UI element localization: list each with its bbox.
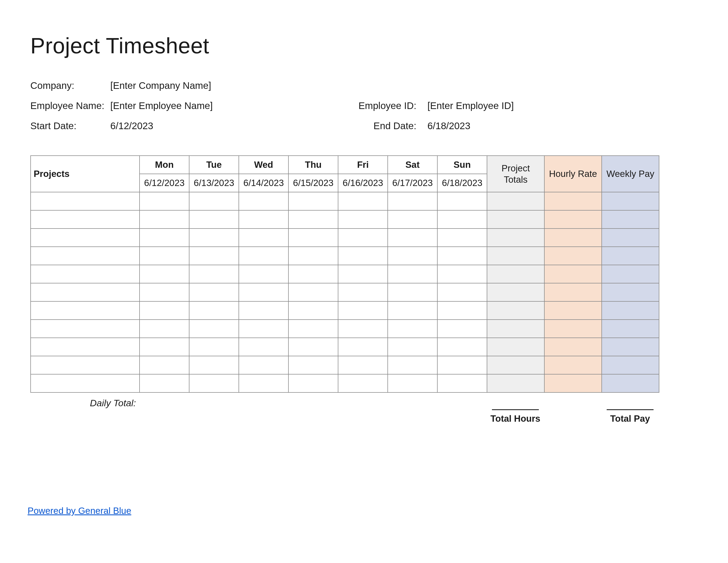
- hours-cell[interactable]: [437, 338, 487, 356]
- project-name-cell[interactable]: [31, 302, 140, 320]
- hours-cell[interactable]: [288, 320, 338, 338]
- hours-cell[interactable]: [437, 374, 487, 393]
- hourly-rate-cell[interactable]: [544, 283, 602, 302]
- hours-cell[interactable]: [437, 228, 487, 247]
- hours-cell[interactable]: [437, 320, 487, 338]
- hours-cell[interactable]: [239, 265, 288, 283]
- project-name-cell[interactable]: [31, 228, 140, 247]
- hourly-rate-cell[interactable]: [544, 265, 602, 283]
- hours-cell[interactable]: [140, 228, 189, 247]
- hours-cell[interactable]: [189, 302, 239, 320]
- hours-cell[interactable]: [388, 228, 437, 247]
- hourly-rate-cell[interactable]: [544, 210, 602, 228]
- hours-cell[interactable]: [388, 320, 437, 338]
- hours-cell[interactable]: [288, 192, 338, 210]
- hours-cell[interactable]: [140, 210, 189, 228]
- hours-cell[interactable]: [388, 265, 437, 283]
- hours-cell[interactable]: [140, 302, 189, 320]
- hours-cell[interactable]: [338, 210, 388, 228]
- employee-id-value[interactable]: [Enter Employee ID]: [427, 101, 514, 110]
- hours-cell[interactable]: [338, 265, 388, 283]
- hours-cell[interactable]: [338, 338, 388, 356]
- hourly-rate-cell[interactable]: [544, 302, 602, 320]
- hours-cell[interactable]: [140, 374, 189, 393]
- hourly-rate-cell[interactable]: [544, 228, 602, 247]
- hours-cell[interactable]: [338, 356, 388, 374]
- hours-cell[interactable]: [189, 247, 239, 265]
- hours-cell[interactable]: [239, 192, 288, 210]
- hours-cell[interactable]: [239, 356, 288, 374]
- hours-cell[interactable]: [437, 356, 487, 374]
- hours-cell[interactable]: [388, 338, 437, 356]
- hours-cell[interactable]: [338, 247, 388, 265]
- start-date-value[interactable]: 6/12/2023: [110, 121, 153, 130]
- project-name-cell[interactable]: [31, 210, 140, 228]
- hours-cell[interactable]: [388, 247, 437, 265]
- hourly-rate-cell[interactable]: [544, 356, 602, 374]
- hours-cell[interactable]: [437, 302, 487, 320]
- hours-cell[interactable]: [189, 356, 239, 374]
- project-name-cell[interactable]: [31, 192, 140, 210]
- hourly-rate-cell[interactable]: [544, 338, 602, 356]
- hours-cell[interactable]: [140, 320, 189, 338]
- hours-cell[interactable]: [338, 302, 388, 320]
- hourly-rate-cell[interactable]: [544, 374, 602, 393]
- hours-cell[interactable]: [338, 283, 388, 302]
- hours-cell[interactable]: [189, 320, 239, 338]
- hours-cell[interactable]: [239, 320, 288, 338]
- hours-cell[interactable]: [189, 338, 239, 356]
- hours-cell[interactable]: [140, 247, 189, 265]
- hours-cell[interactable]: [288, 356, 338, 374]
- project-name-cell[interactable]: [31, 247, 140, 265]
- hours-cell[interactable]: [239, 228, 288, 247]
- hours-cell[interactable]: [437, 283, 487, 302]
- company-value[interactable]: [Enter Company Name]: [110, 81, 211, 90]
- end-date-value[interactable]: 6/18/2023: [427, 121, 470, 130]
- hours-cell[interactable]: [288, 338, 338, 356]
- hours-cell[interactable]: [288, 247, 338, 265]
- hours-cell[interactable]: [288, 265, 338, 283]
- hourly-rate-cell[interactable]: [544, 320, 602, 338]
- hours-cell[interactable]: [437, 247, 487, 265]
- hours-cell[interactable]: [388, 374, 437, 393]
- hours-cell[interactable]: [388, 192, 437, 210]
- hours-cell[interactable]: [189, 283, 239, 302]
- hours-cell[interactable]: [140, 265, 189, 283]
- hours-cell[interactable]: [388, 302, 437, 320]
- employee-name-value[interactable]: [Enter Employee Name]: [110, 101, 213, 110]
- hours-cell[interactable]: [388, 210, 437, 228]
- hours-cell[interactable]: [239, 338, 288, 356]
- hours-cell[interactable]: [189, 192, 239, 210]
- hours-cell[interactable]: [338, 320, 388, 338]
- project-name-cell[interactable]: [31, 374, 140, 393]
- hours-cell[interactable]: [388, 283, 437, 302]
- hours-cell[interactable]: [140, 192, 189, 210]
- project-name-cell[interactable]: [31, 356, 140, 374]
- hours-cell[interactable]: [338, 228, 388, 247]
- hourly-rate-cell[interactable]: [544, 192, 602, 210]
- hours-cell[interactable]: [239, 374, 288, 393]
- hours-cell[interactable]: [140, 338, 189, 356]
- hours-cell[interactable]: [288, 283, 338, 302]
- hours-cell[interactable]: [239, 302, 288, 320]
- hours-cell[interactable]: [288, 228, 338, 247]
- hours-cell[interactable]: [189, 265, 239, 283]
- hours-cell[interactable]: [288, 302, 338, 320]
- hours-cell[interactable]: [140, 283, 189, 302]
- project-name-cell[interactable]: [31, 338, 140, 356]
- hours-cell[interactable]: [189, 228, 239, 247]
- hours-cell[interactable]: [140, 356, 189, 374]
- hours-cell[interactable]: [437, 265, 487, 283]
- hours-cell[interactable]: [338, 192, 388, 210]
- hours-cell[interactable]: [388, 356, 437, 374]
- project-name-cell[interactable]: [31, 283, 140, 302]
- powered-by-link[interactable]: Powered by General Blue: [28, 506, 131, 516]
- hourly-rate-cell[interactable]: [544, 247, 602, 265]
- project-name-cell[interactable]: [31, 320, 140, 338]
- hours-cell[interactable]: [437, 192, 487, 210]
- hours-cell[interactable]: [338, 374, 388, 393]
- hours-cell[interactable]: [189, 374, 239, 393]
- hours-cell[interactable]: [288, 374, 338, 393]
- project-name-cell[interactable]: [31, 265, 140, 283]
- hours-cell[interactable]: [189, 210, 239, 228]
